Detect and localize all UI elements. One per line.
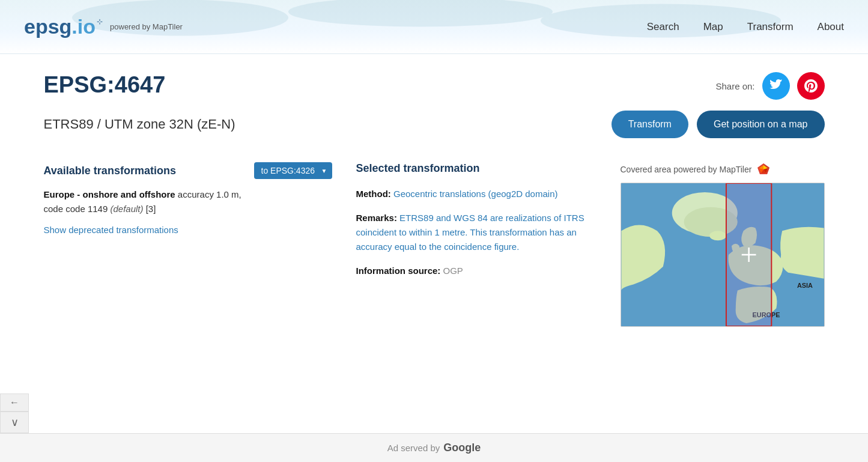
maptiler-logo-icon [756, 162, 771, 177]
method-value[interactable]: Geocentric translations (geog2D domain) [393, 189, 557, 199]
twitter-share-button[interactable] [762, 72, 790, 100]
logo-area: epsg . io ⊹ powered by MapTiler [24, 15, 183, 38]
map-area-column: Covered area powered by MapTiler [621, 162, 825, 327]
transformations-title: Available transformations [44, 165, 176, 177]
nav-map[interactable]: Map [703, 21, 723, 33]
transformation-name: Europe - onshore and offshore [44, 189, 175, 199]
page-title: EPSG:4647 [44, 72, 166, 98]
nav-transform[interactable]: Transform [747, 21, 794, 33]
share-label: Share on: [715, 81, 754, 91]
crosshair-icon: ⊹ [97, 17, 103, 26]
subtitle-row: ETRS89 / UTM zone 32N (zE-N) Transform G… [44, 111, 825, 138]
svg-text:ASIA: ASIA [797, 282, 812, 289]
transformation-accuracy: accuracy 1.0 m, [178, 189, 241, 199]
get-position-button[interactable]: Get position on a map [697, 111, 825, 138]
logo[interactable]: epsg . io ⊹ [24, 15, 103, 38]
twitter-icon [769, 79, 783, 93]
transformations-column: Available transformations to EPSG:4326 ▼… [44, 162, 332, 327]
pinterest-icon [804, 79, 818, 93]
info-source-row: Information source: OGP [356, 264, 596, 278]
title-row: EPSG:4647 Share on: [44, 72, 825, 100]
svg-point-11 [709, 231, 726, 240]
transformation-item: Europe - onshore and offshore accuracy 1… [44, 187, 332, 216]
header: epsg . io ⊹ powered by MapTiler Search M… [0, 0, 868, 54]
selected-transformation-column: Selected transformation Method: Geocentr… [356, 162, 596, 327]
pinterest-share-button[interactable] [797, 72, 825, 100]
transform-button[interactable]: Transform [612, 111, 688, 138]
transformation-count: [3] [146, 204, 156, 214]
remarks-row: Remarks: ETRS89 and WGS 84 are realizati… [356, 211, 596, 254]
action-buttons: Transform Get position on a map [612, 111, 825, 138]
method-row: Method: Geocentric translations (geog2D … [356, 187, 596, 201]
epsg-subtitle: ETRS89 / UTM zone 32N (zE-N) [44, 117, 235, 132]
selected-transformation-title: Selected transformation [356, 162, 596, 175]
transformation-dropdown[interactable]: to EPSG:4326 [254, 162, 332, 179]
powered-by-label: powered by MapTiler [110, 22, 183, 31]
info-source-value[interactable]: OGP [443, 266, 463, 276]
remarks-label: Remarks: [356, 213, 397, 223]
info-source-label: Information source: [356, 266, 441, 276]
show-deprecated-link[interactable]: Show deprecated transformations [44, 225, 332, 235]
map-svg: EUROPE ASIA [621, 183, 824, 326]
share-area: Share on: [715, 72, 824, 100]
transformation-code-label: code [44, 204, 66, 214]
transformation-dropdown-wrapper[interactable]: to EPSG:4326 ▼ [254, 162, 332, 179]
map-area-label-row: Covered area powered by MapTiler [621, 162, 825, 177]
map-thumbnail[interactable]: EUROPE ASIA [621, 183, 825, 327]
method-label: Method: [356, 189, 391, 199]
main-nav: Search Map Transform About [647, 21, 844, 33]
nav-search[interactable]: Search [647, 21, 679, 33]
transformation-code: code 1149 [65, 204, 108, 214]
transformation-default: (default) [110, 204, 143, 214]
covered-area-label: Covered area powered by MapTiler [621, 165, 752, 174]
columns: Available transformations to EPSG:4326 ▼… [44, 162, 825, 327]
main-content: EPSG:4647 Share on: ETRS89 / UTM zone 32… [14, 54, 855, 345]
nav-about[interactable]: About [818, 21, 844, 33]
